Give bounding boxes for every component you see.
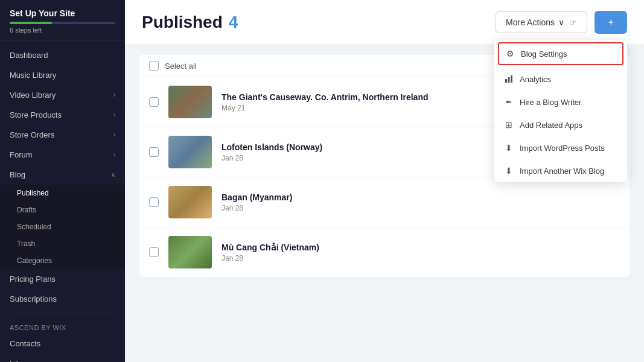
download-icon: ⬇ [504, 143, 514, 153]
dropdown-item-blog-settings[interactable]: ⚙ Blog Settings [498, 42, 623, 65]
post-thumbnail [168, 236, 212, 268]
sidebar-divider [10, 314, 115, 314]
bar-chart-icon [504, 74, 514, 84]
main-content: Published 4 More Actions ∨ ☞ ＋ ⚙ Blog Se… [125, 0, 644, 362]
progress-bar-fill [10, 22, 52, 24]
more-actions-button[interactable]: More Actions ∨ ☞ [496, 11, 587, 33]
svg-rect-2 [511, 75, 512, 83]
create-post-button[interactable]: ＋ [595, 11, 627, 34]
dropdown-item-import-wix-blog[interactable]: ⬇ Import Another Wix Blog [494, 159, 627, 182]
sidebar-item-drafts[interactable]: Drafts [0, 202, 125, 218]
chevron-right-icon: › [113, 132, 115, 138]
sidebar: Set Up Your Site 6 steps left Dashboard … [0, 0, 125, 362]
main-header: Published 4 More Actions ∨ ☞ ＋ ⚙ Blog Se… [125, 0, 644, 45]
plus-icon: ＋ [607, 17, 615, 27]
sidebar-item-pricing-plans[interactable]: Pricing Plans [0, 269, 125, 289]
blog-submenu: Published Drafts Scheduled Trash Categor… [0, 185, 125, 269]
select-all-checkbox[interactable] [149, 61, 159, 71]
post-thumbnail [168, 136, 212, 168]
post-info: Mù Cang Chải (Vietnam) Jan 28 [222, 243, 620, 262]
sidebar-item-dashboard[interactable]: Dashboard [0, 45, 125, 65]
post-checkbox[interactable] [149, 197, 159, 207]
gear-icon: ⚙ [505, 49, 515, 59]
post-checkbox[interactable] [149, 97, 159, 107]
site-setup-title: Set Up Your Site [10, 8, 115, 18]
sidebar-header: Set Up Your Site 6 steps left [0, 0, 125, 40]
steps-left: 6 steps left [10, 27, 115, 34]
post-checkbox[interactable] [149, 247, 159, 257]
sidebar-item-store-products[interactable]: Store Products › [0, 105, 125, 125]
sidebar-item-trash[interactable]: Trash [0, 235, 125, 252]
pen-icon: ✒ [504, 97, 514, 107]
chevron-right-icon: › [113, 92, 115, 98]
dropdown-item-add-apps[interactable]: ⊞ Add Related Apps [494, 113, 627, 136]
sidebar-item-store-orders[interactable]: Store Orders › [0, 125, 125, 145]
progress-bar-bg [10, 22, 115, 24]
chevron-up-icon: ∧ [111, 171, 115, 178]
chevron-right-icon: › [113, 112, 115, 118]
more-actions-dropdown: ⚙ Blog Settings Analytics ✒ Hir [494, 40, 627, 182]
post-thumbnail [168, 86, 212, 118]
post-title: Bagan (Myanmar) [222, 192, 620, 202]
header-actions: More Actions ∨ ☞ ＋ ⚙ Blog Settings [496, 11, 627, 34]
sidebar-item-video-library[interactable]: Video Library › [0, 85, 125, 105]
svg-rect-0 [505, 79, 507, 83]
post-date: Jan 28 [222, 254, 620, 262]
chevron-down-icon: ∨ [558, 17, 564, 27]
sidebar-item-blog[interactable]: Blog ∧ [0, 165, 125, 185]
post-info: Bagan (Myanmar) Jan 28 [222, 192, 620, 212]
sidebar-nav: Dashboard Music Library Video Library › … [0, 40, 125, 362]
ascend-section-label: Ascend by Wix [0, 319, 125, 334]
sidebar-item-published[interactable]: Published [0, 185, 125, 202]
sidebar-item-forum[interactable]: Forum › [0, 145, 125, 165]
table-row: Bagan (Myanmar) Jan 28 [139, 177, 630, 227]
select-all-label[interactable]: Select all [165, 62, 197, 71]
svg-rect-1 [508, 77, 510, 83]
download-icon: ⬇ [504, 166, 514, 176]
cursor-indicator: ☞ [569, 17, 577, 27]
post-thumbnail [168, 186, 212, 218]
post-count: 4 [229, 13, 238, 32]
sidebar-item-inbox[interactable]: Inbox [0, 354, 125, 362]
dropdown-item-analytics[interactable]: Analytics [494, 68, 627, 91]
sidebar-item-contacts[interactable]: Contacts [0, 334, 125, 354]
sidebar-item-categories[interactable]: Categories [0, 252, 125, 269]
chevron-right-icon: › [113, 151, 115, 158]
dropdown-item-hire-writer[interactable]: ✒ Hire a Blog Writer [494, 91, 627, 113]
post-checkbox[interactable] [149, 147, 159, 157]
page-title: Published 4 [142, 13, 238, 32]
sidebar-item-scheduled[interactable]: Scheduled [0, 218, 125, 235]
table-row: Mù Cang Chải (Vietnam) Jan 28 [139, 227, 630, 277]
grid-icon: ⊞ [504, 120, 514, 130]
sidebar-item-subscriptions[interactable]: Subscriptions [0, 289, 125, 309]
sidebar-item-music-library[interactable]: Music Library [0, 65, 125, 85]
dropdown-item-import-wordpress[interactable]: ⬇ Import WordPress Posts [494, 136, 627, 159]
post-date: Jan 28 [222, 204, 620, 212]
post-title: Mù Cang Chải (Vietnam) [222, 243, 620, 252]
